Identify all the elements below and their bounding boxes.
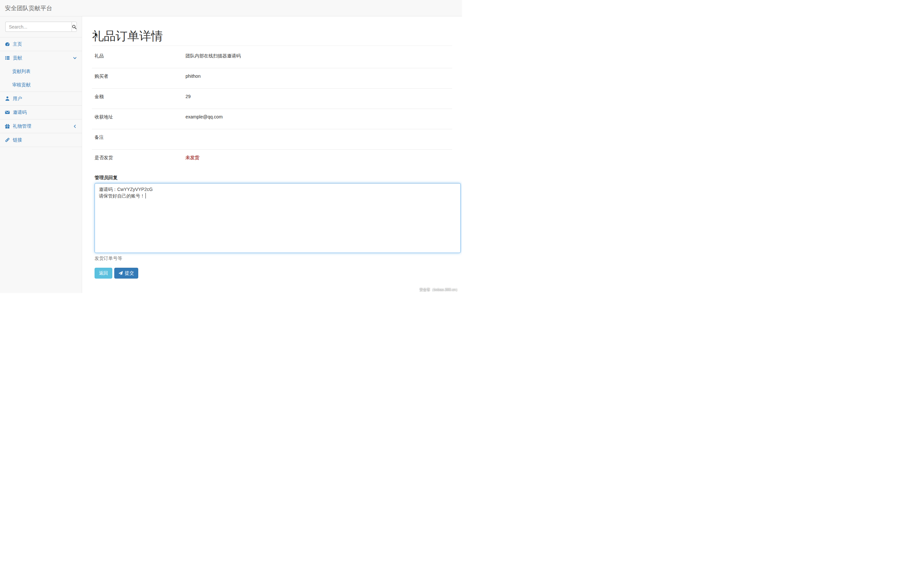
sidebar-item-label: 用户 bbox=[13, 96, 22, 102]
sidebar-item-users[interactable]: 用户 bbox=[0, 92, 82, 105]
top-navbar: 安全团队贡献平台 bbox=[0, 0, 462, 16]
text-caret bbox=[145, 193, 146, 199]
gift-icon bbox=[5, 124, 10, 128]
shipping-status-badge: 未发货 bbox=[183, 149, 452, 170]
admin-reply-label: 管理员回复 bbox=[94, 175, 461, 181]
sidebar: 主页 贡献 bbox=[0, 16, 82, 293]
sidebar-item-label: 主页 bbox=[13, 41, 22, 47]
paper-plane-icon bbox=[119, 271, 123, 275]
page-title: 礼品订单详情 bbox=[92, 30, 452, 46]
sidebar-subitem-label: 贡献列表 bbox=[12, 69, 31, 74]
sidebar-item-links[interactable]: 链接 bbox=[0, 133, 82, 146]
table-row: 收获地址 example@qq.com bbox=[92, 109, 452, 129]
sidebar-item-contributions[interactable]: 贡献 bbox=[0, 51, 82, 65]
sidebar-item-review-contributions[interactable]: 审核贡献 bbox=[0, 78, 82, 92]
row-label: 礼品 bbox=[92, 48, 183, 68]
page-content: 礼品订单详情 礼品 团队内部在线扫描器邀请码 购买者 phithon 金额 29… bbox=[82, 16, 462, 293]
submit-button[interactable]: 提交 bbox=[114, 268, 138, 279]
table-row: 备注 bbox=[92, 129, 452, 149]
sidebar-item-label: 礼物管理 bbox=[13, 123, 31, 129]
chevron-left-icon bbox=[73, 124, 77, 128]
sidebar-item-label: 链接 bbox=[13, 137, 22, 143]
table-row: 礼品 团队内部在线扫描器邀请码 bbox=[92, 48, 452, 68]
sidebar-search-section bbox=[0, 16, 82, 38]
row-label: 备注 bbox=[92, 129, 183, 149]
help-text: 发货订单号等 bbox=[94, 255, 461, 262]
search-input[interactable] bbox=[5, 21, 72, 32]
envelope-icon bbox=[5, 110, 10, 115]
admin-reply-textarea[interactable]: 邀请码：CwYYZyVYP2cG 请保管好自己的账号！ bbox=[94, 183, 461, 253]
sidebar-item-contribution-list[interactable]: 贡献列表 bbox=[0, 65, 82, 78]
row-value bbox=[183, 129, 452, 149]
app-title[interactable]: 安全团队贡献平台 bbox=[0, 4, 57, 12]
user-icon bbox=[5, 96, 10, 101]
sidebar-item-invite-codes[interactable]: 邀请码 bbox=[0, 105, 82, 119]
submit-button-label: 提交 bbox=[125, 270, 134, 277]
table-row: 金额 29 bbox=[92, 88, 452, 109]
row-value: phithon bbox=[183, 68, 452, 88]
chevron-down-icon bbox=[73, 56, 77, 60]
back-button[interactable]: 返回 bbox=[94, 268, 112, 279]
row-label: 收获地址 bbox=[92, 109, 183, 129]
sidebar-item-gift-management[interactable]: 礼物管理 bbox=[0, 119, 82, 133]
reply-line: 邀请码：CwYYZyVYP2cG bbox=[99, 186, 456, 193]
search-button[interactable] bbox=[72, 21, 77, 32]
row-label: 是否发货 bbox=[92, 149, 183, 170]
dashboard-icon bbox=[5, 42, 10, 46]
row-value: 团队内部在线扫描器邀请码 bbox=[183, 48, 452, 68]
sidebar-item-home[interactable]: 主页 bbox=[0, 38, 82, 51]
reply-line: 请保管好自己的账号！ bbox=[99, 193, 145, 199]
row-label: 购买者 bbox=[92, 68, 183, 88]
order-detail-table: 礼品 团队内部在线扫描器邀请码 购买者 phithon 金额 29 收获地址 e… bbox=[92, 48, 452, 170]
table-row: 购买者 phithon bbox=[92, 68, 452, 88]
sidebar-subitem-label: 审核贡献 bbox=[12, 82, 31, 88]
watermark: 安全客（bobao.360.cn） bbox=[419, 287, 459, 292]
search-icon bbox=[72, 25, 76, 29]
row-value: example@qq.com bbox=[183, 109, 452, 129]
sidebar-item-label: 邀请码 bbox=[13, 110, 26, 115]
table-row: 是否发货 未发货 bbox=[92, 149, 452, 170]
link-icon bbox=[5, 137, 10, 142]
row-value: 29 bbox=[183, 88, 452, 109]
list-icon bbox=[5, 56, 10, 60]
sidebar-item-label: 贡献 bbox=[13, 55, 22, 61]
admin-reply-form: 管理员回复 邀请码：CwYYZyVYP2cG 请保管好自己的账号！ 发货订单号等… bbox=[94, 175, 461, 279]
row-label: 金额 bbox=[92, 88, 183, 109]
